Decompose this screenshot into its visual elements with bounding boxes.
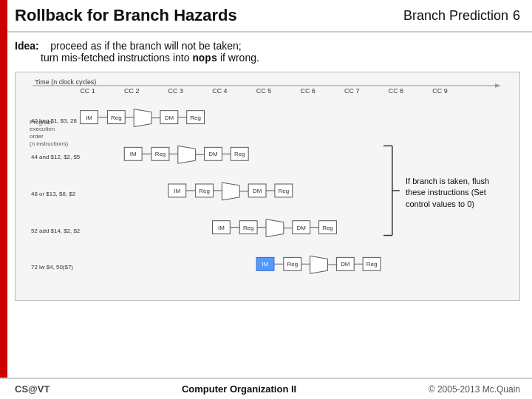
svg-text:IM: IM <box>218 225 225 231</box>
svg-text:CC 7: CC 7 <box>344 87 359 95</box>
svg-text:44 and $12, $2, $5: 44 and $12, $2, $5 <box>31 154 81 160</box>
header-badge: Branch Prediction 6 <box>403 8 520 24</box>
diagram-area: Time (n clock cycles) CC 1 CC 2 CC 3 CC … <box>15 72 520 301</box>
annotation-box: If branch is taken, flush these instruct… <box>406 176 509 210</box>
svg-text:execution: execution <box>30 126 55 132</box>
nops-text: nops <box>192 52 217 64</box>
svg-text:IM: IM <box>86 115 92 121</box>
svg-text:48 or $13, $6, $2: 48 or $13, $6, $2 <box>31 191 76 197</box>
svg-text:CC 4: CC 4 <box>212 87 227 95</box>
svg-text:DM: DM <box>208 151 217 157</box>
svg-text:CC 3: CC 3 <box>168 87 183 95</box>
svg-text:Reg: Reg <box>199 188 210 194</box>
idea-line2-prefix: turn mis-fetched instructions into <box>41 52 192 64</box>
idea-section: Idea: proceed as if the branch will not … <box>0 33 532 69</box>
svg-text:Time (n clock cycles): Time (n clock cycles) <box>35 78 96 86</box>
svg-marker-52 <box>222 183 239 200</box>
svg-text:Reg: Reg <box>243 225 254 231</box>
svg-text:DM: DM <box>341 261 349 267</box>
header: Rollback for Branch Hazards Branch Predi… <box>0 0 532 33</box>
svg-text:(n instructions): (n instructions) <box>30 140 68 147</box>
idea-label: Idea: <box>15 40 39 52</box>
idea-line1: proceed as if the branch will not be tak… <box>50 40 241 52</box>
svg-marker-24 <box>134 109 151 127</box>
svg-text:Reg: Reg <box>366 261 378 267</box>
svg-text:CC 9: CC 9 <box>432 87 447 95</box>
svg-text:IM: IM <box>262 261 269 267</box>
svg-text:Reg: Reg <box>190 115 201 121</box>
svg-text:DM: DM <box>253 188 262 194</box>
page-title: Rollback for Branch Hazards <box>15 6 237 25</box>
svg-marker-38 <box>178 146 196 163</box>
svg-text:Reg: Reg <box>234 151 245 157</box>
svg-text:order: order <box>30 133 44 140</box>
svg-text:40 beq $1, $3, 28: 40 beq $1, $3, 28 <box>31 117 77 124</box>
svg-text:IM: IM <box>130 151 137 157</box>
badge-label: Branch Prediction <box>403 8 508 24</box>
svg-text:52 add $14, $2, $2: 52 add $14, $2, $2 <box>31 228 81 234</box>
svg-text:CC 5: CC 5 <box>256 87 271 95</box>
footer: CS@VT Computer Organization II © 2005-20… <box>0 378 532 399</box>
svg-text:Reg: Reg <box>322 225 333 231</box>
svg-text:Reg: Reg <box>279 188 290 194</box>
svg-text:DM: DM <box>165 115 174 121</box>
footer-right: © 2005-2013 Mc.Quain <box>429 384 520 395</box>
annotation-text: If branch is taken, flush these instruct… <box>406 177 489 208</box>
svg-marker-66 <box>266 219 284 237</box>
idea-line2-suffix: if wrong. <box>217 52 259 64</box>
svg-text:DM: DM <box>297 225 306 231</box>
svg-text:CC 6: CC 6 <box>300 87 315 95</box>
svg-text:CC 2: CC 2 <box>124 87 139 95</box>
svg-text:IM: IM <box>174 188 180 194</box>
footer-left: CS@VT <box>15 383 50 395</box>
left-accent <box>0 0 7 399</box>
svg-text:CC 8: CC 8 <box>389 87 403 95</box>
svg-text:Reg: Reg <box>287 261 298 267</box>
svg-text:Reg: Reg <box>111 115 122 121</box>
svg-text:CC 1: CC 1 <box>80 87 95 95</box>
footer-center: Computer Organization II <box>182 383 296 395</box>
svg-text:Reg: Reg <box>155 151 166 157</box>
badge-number: 6 <box>513 8 520 24</box>
svg-marker-80 <box>310 256 328 273</box>
svg-text:72 lw $4, 50($7): 72 lw $4, 50($7) <box>31 264 73 270</box>
